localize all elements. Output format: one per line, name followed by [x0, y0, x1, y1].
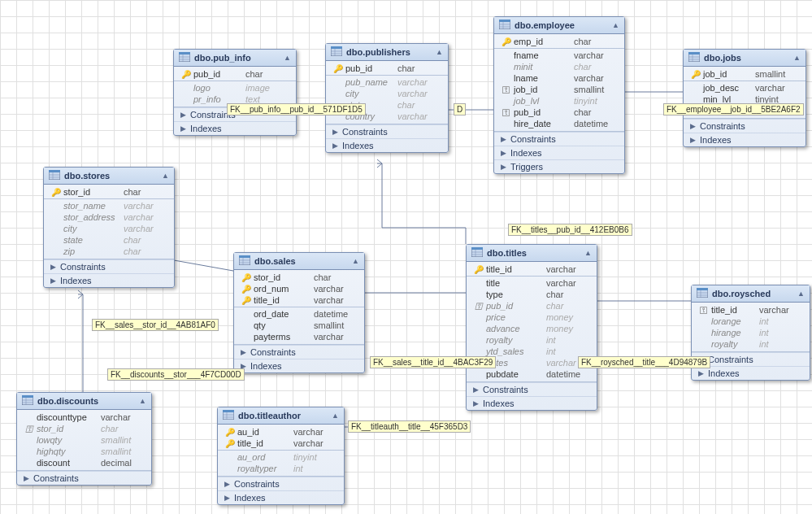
- column-pub_id[interactable]: 🔑pub_idchar: [174, 68, 296, 80]
- column-discounttype[interactable]: discounttypevarchar: [17, 412, 151, 423]
- column-advance[interactable]: advancemoney: [467, 323, 597, 334]
- section-constraints[interactable]: ▶Constraints: [494, 132, 624, 146]
- collapse-icon[interactable]: ▲: [612, 21, 619, 29]
- column-royalty[interactable]: royaltyint: [692, 338, 810, 350]
- column-pub_id[interactable]: 🔑pub_idchar: [326, 63, 448, 74]
- table-header[interactable]: dbo.stores▲: [44, 168, 174, 185]
- column-ord_date[interactable]: ord_datedatetime: [234, 308, 364, 320]
- column-job_id[interactable]: ⚿job_idsmallint: [494, 84, 624, 95]
- fk-label[interactable]: D: [454, 103, 466, 115]
- section-indexes[interactable]: ▶Indexes: [326, 138, 448, 152]
- column-payterms[interactable]: paytermsvarchar: [234, 331, 364, 342]
- column-emp_id[interactable]: 🔑emp_idchar: [494, 36, 624, 47]
- column-type[interactable]: typechar: [467, 289, 597, 300]
- fk-label[interactable]: FK__titleauth__title__45F365D3: [348, 420, 471, 433]
- column-price[interactable]: pricemoney: [467, 311, 597, 323]
- collapse-icon[interactable]: ▲: [352, 257, 359, 265]
- table-jobs[interactable]: dbo.jobs▲🔑job_idsmallintjob_descvarcharm…: [683, 49, 806, 147]
- column-pubdate[interactable]: pubdatedatetime: [467, 368, 597, 380]
- table-header[interactable]: dbo.jobs▲: [684, 50, 805, 67]
- column-logo[interactable]: logoimage: [174, 82, 296, 94]
- column-fname[interactable]: fnamevarchar: [494, 50, 624, 61]
- section-constraints[interactable]: ▶Constraints: [44, 259, 174, 273]
- fk-label[interactable]: FK__sales__title_id__4BAC3F29: [370, 356, 496, 368]
- column-hirange[interactable]: hirangeint: [692, 327, 810, 338]
- table-header[interactable]: dbo.employee▲: [494, 17, 624, 34]
- table-titles[interactable]: dbo.titles▲🔑title_idvarchartitlevarchart…: [466, 244, 597, 411]
- column-title_id[interactable]: 🔑title_idvarchar: [218, 438, 344, 449]
- column-job_lvl[interactable]: job_lvltinyint: [494, 95, 624, 107]
- column-stor_address[interactable]: stor_addressvarchar: [44, 211, 174, 223]
- collapse-icon[interactable]: ▲: [793, 54, 801, 62]
- section-constraints[interactable]: ▶Constraints: [326, 124, 448, 138]
- table-sales[interactable]: dbo.sales▲🔑stor_idchar🔑ord_numvarchar🔑ti…: [233, 252, 365, 373]
- table-stores[interactable]: dbo.stores▲🔑stor_idcharstor_namevarchars…: [43, 167, 175, 288]
- table-publishers[interactable]: dbo.publishers▲🔑pub_idcharpub_namevarcha…: [325, 43, 449, 153]
- column-title_id[interactable]: 🔑title_idvarchar: [234, 294, 364, 306]
- table-header[interactable]: dbo.roysched▲: [692, 285, 810, 303]
- column-ord_num[interactable]: 🔑ord_numvarchar: [234, 283, 364, 294]
- section-indexes[interactable]: ▶Indexes: [174, 121, 296, 135]
- section-indexes[interactable]: ▶Indexes: [218, 490, 344, 504]
- column-ytd_sales[interactable]: ytd_salesint: [467, 346, 597, 357]
- column-au_ord[interactable]: au_ordtinyint: [218, 451, 344, 463]
- column-discount[interactable]: discountdecimal: [17, 457, 151, 468]
- collapse-icon[interactable]: ▲: [162, 172, 169, 180]
- section-constraints[interactable]: ▶Constraints: [234, 345, 364, 359]
- fk-label[interactable]: FK__titles__pub_id__412EB0B6: [508, 224, 632, 236]
- column-job_id[interactable]: 🔑job_idsmallint: [684, 68, 805, 80]
- table-pub_info[interactable]: dbo.pub_info▲🔑pub_idcharlogoimagepr_info…: [173, 49, 297, 136]
- column-stor_id[interactable]: 🔑stor_idchar: [44, 186, 174, 198]
- collapse-icon[interactable]: ▲: [284, 54, 291, 62]
- column-qty[interactable]: qtysmallint: [234, 320, 364, 331]
- column-state[interactable]: statechar: [44, 234, 174, 246]
- section-constraints[interactable]: ▶Constraints: [684, 119, 805, 133]
- column-stor_id[interactable]: ⚿stor_idchar: [17, 423, 151, 434]
- column-pub_name[interactable]: pub_namevarchar: [326, 76, 448, 88]
- column-title[interactable]: titlevarchar: [467, 277, 597, 289]
- column-lowqty[interactable]: lowqtysmallint: [17, 434, 151, 446]
- table-header[interactable]: dbo.publishers▲: [326, 44, 448, 61]
- section-indexes[interactable]: ▶Indexes: [684, 133, 805, 146]
- table-discounts[interactable]: dbo.discounts▲discounttypevarchar⚿stor_i…: [16, 392, 152, 486]
- fk-label[interactable]: FK__roysched__title___4D94879B: [578, 356, 710, 368]
- section-indexes[interactable]: ▶Indexes: [234, 359, 364, 372]
- column-city[interactable]: cityvarchar: [326, 88, 448, 99]
- table-header[interactable]: dbo.discounts▲: [17, 393, 151, 410]
- table-header[interactable]: dbo.sales▲: [234, 253, 364, 270]
- column-title_id[interactable]: 🔑title_idvarchar: [467, 264, 597, 275]
- fk-label[interactable]: FK__discounts__stor___4F7CD00D: [107, 368, 245, 381]
- column-zip[interactable]: zipchar: [44, 246, 174, 257]
- column-royaltyper[interactable]: royaltyperint: [218, 463, 344, 474]
- column-royalty[interactable]: royaltyint: [467, 334, 597, 346]
- collapse-icon[interactable]: ▲: [797, 290, 805, 298]
- column-highqty[interactable]: highqtysmallint: [17, 446, 151, 457]
- column-stor_id[interactable]: 🔑stor_idchar: [234, 272, 364, 283]
- section-constraints[interactable]: ▶Constraints: [218, 477, 344, 490]
- section-constraints[interactable]: ▶Constraints: [17, 471, 151, 485]
- column-lorange[interactable]: lorangeint: [692, 316, 810, 327]
- column-pub_id[interactable]: ⚿pub_idchar: [467, 300, 597, 311]
- collapse-icon[interactable]: ▲: [332, 412, 339, 420]
- fk-label[interactable]: FK__pub_info__pub_id__571DF1D5: [227, 103, 366, 115]
- section-constraints[interactable]: ▶Constraints: [467, 382, 597, 396]
- section-indexes[interactable]: ▶Indexes: [494, 146, 624, 159]
- section-triggers[interactable]: ▶Triggers: [494, 159, 624, 173]
- fk-label[interactable]: FK__employee__job_id__5BE2A6F2: [663, 103, 804, 115]
- collapse-icon[interactable]: ▲: [139, 397, 146, 405]
- column-au_id[interactable]: 🔑au_idvarchar: [218, 426, 344, 438]
- table-header[interactable]: dbo.titleauthor▲: [218, 407, 344, 425]
- table-employee[interactable]: dbo.employee▲🔑emp_idcharfnamevarcharmini…: [493, 16, 625, 174]
- column-pub_id[interactable]: ⚿pub_idchar: [494, 107, 624, 118]
- collapse-icon[interactable]: ▲: [436, 48, 443, 56]
- column-city[interactable]: cityvarchar: [44, 223, 174, 234]
- column-stor_name[interactable]: stor_namevarchar: [44, 200, 174, 211]
- section-indexes[interactable]: ▶Indexes: [467, 396, 597, 410]
- table-header[interactable]: dbo.pub_info▲: [174, 50, 296, 67]
- table-header[interactable]: dbo.titles▲: [467, 245, 597, 262]
- table-titleauthor[interactable]: dbo.titleauthor▲🔑au_idvarchar🔑title_idva…: [217, 407, 345, 505]
- column-lname[interactable]: lnamevarchar: [494, 72, 624, 84]
- fk-label[interactable]: FK__sales__stor_id__4AB81AF0: [92, 319, 219, 331]
- column-job_desc[interactable]: job_descvarchar: [684, 82, 805, 94]
- column-minit[interactable]: minitchar: [494, 61, 624, 72]
